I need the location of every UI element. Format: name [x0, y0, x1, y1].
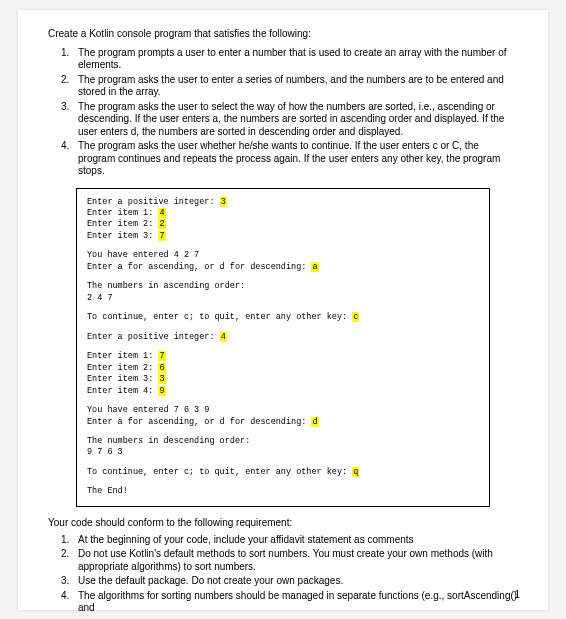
user-input: 9 — [158, 386, 165, 396]
console-line: 2 4 7 — [87, 293, 479, 304]
intro-text: Create a Kotlin console program that sat… — [48, 28, 518, 39]
console-block: Enter a positive integer: 4 — [87, 332, 479, 343]
requirements-list: The program prompts a user to enter a nu… — [72, 47, 518, 178]
requirement-item: The program prompts a user to enter a nu… — [72, 47, 518, 72]
console-line: Enter item 3: — [87, 374, 158, 384]
user-input: 4 — [158, 208, 165, 218]
console-line: Enter item 1: — [87, 208, 158, 218]
console-line: Enter item 4: — [87, 386, 158, 396]
console-block: To continue, enter c; to quit, enter any… — [87, 312, 479, 323]
console-block: The numbers in ascending order: 2 4 7 — [87, 281, 479, 304]
console-output: Enter a positive integer: 3 Enter item 1… — [76, 188, 490, 507]
requirement-item: Use the default package. Do not create y… — [72, 575, 518, 588]
console-block: You have entered 7 6 3 9 Enter a for asc… — [87, 405, 479, 428]
page-number: 1 — [514, 589, 520, 600]
requirement-item: Do not use Kotlin's default methods to s… — [72, 548, 518, 573]
requirement-item: The algorithms for sorting numbers shoul… — [72, 590, 518, 615]
console-block: The End! — [87, 486, 479, 497]
console-line: Enter a for ascending, or d for descendi… — [87, 417, 311, 427]
user-input: 7 — [158, 351, 165, 361]
console-line: Enter item 2: — [87, 363, 158, 373]
user-input: d — [311, 417, 318, 427]
console-line: You have entered 7 6 3 9 — [87, 405, 479, 416]
requirement-item: The program asks the user to select the … — [72, 101, 518, 139]
user-input: 3 — [220, 197, 227, 207]
follow-requirements-list: At the beginning of your code, include y… — [72, 534, 518, 615]
console-block: Enter item 1: 7 Enter item 2: 6 Enter it… — [87, 351, 479, 397]
console-block: You have entered 4 2 7 Enter a for ascen… — [87, 250, 479, 273]
console-line: The numbers in descending order: — [87, 436, 479, 447]
console-line: Enter a for ascending, or d for descendi… — [87, 262, 311, 272]
console-block: The numbers in descending order: 9 7 6 3 — [87, 436, 479, 459]
page: Create a Kotlin console program that sat… — [18, 10, 548, 610]
user-input: q — [352, 467, 359, 477]
console-line: Enter a positive integer: — [87, 332, 220, 342]
user-input: c — [352, 312, 359, 322]
console-line: You have entered 4 2 7 — [87, 250, 479, 261]
requirement-item: At the beginning of your code, include y… — [72, 534, 518, 547]
console-line: 9 7 6 3 — [87, 447, 479, 458]
requirement-item: The program asks the user whether he/she… — [72, 140, 518, 178]
user-input: 3 — [158, 374, 165, 384]
follow-intro: Your code should conform to the followin… — [48, 517, 518, 528]
console-line: Enter item 1: — [87, 351, 158, 361]
console-line: Enter a positive integer: — [87, 197, 220, 207]
console-line: Enter item 2: — [87, 219, 158, 229]
user-input: 4 — [220, 332, 227, 342]
user-input: 7 — [158, 231, 165, 241]
user-input: a — [311, 262, 318, 272]
console-line: To continue, enter c; to quit, enter any… — [87, 312, 352, 322]
console-line: The numbers in ascending order: — [87, 281, 479, 292]
user-input: 2 — [158, 219, 165, 229]
console-block: Enter a positive integer: 3 Enter item 1… — [87, 197, 479, 243]
console-line: The End! — [87, 486, 479, 497]
console-block: To continue, enter c; to quit, enter any… — [87, 467, 479, 478]
console-line: Enter item 3: — [87, 231, 158, 241]
console-line: To continue, enter c; to quit, enter any… — [87, 467, 352, 477]
requirement-item: The program asks the user to enter a ser… — [72, 74, 518, 99]
user-input: 6 — [158, 363, 165, 373]
